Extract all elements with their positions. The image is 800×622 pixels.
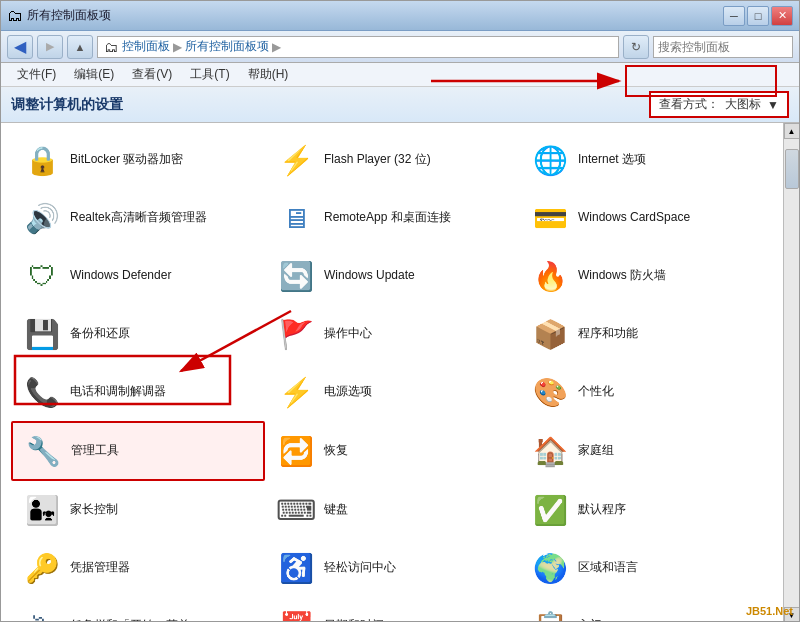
- cp-item-easyaccess[interactable]: ♿ 轻松访问中心: [265, 539, 519, 597]
- forward-button[interactable]: ▶: [37, 35, 63, 59]
- control-panel-grid: 🔒 BitLocker 驱动器加密 ⚡ Flash Player (32 位) …: [11, 131, 773, 622]
- cp-icon-action: 🚩: [276, 314, 316, 354]
- cp-item-cardspace[interactable]: 💳 Windows CardSpace: [519, 189, 773, 247]
- breadcrumb-current[interactable]: 所有控制面板项: [185, 38, 269, 55]
- window-controls: ─ □ ✕: [723, 6, 793, 26]
- cp-item-getstarted[interactable]: 📋 入门: [519, 597, 773, 622]
- search-box[interactable]: 🔍: [653, 36, 793, 58]
- cp-icon-datetime: 📅: [276, 606, 316, 622]
- cp-label-realtek: Realtek高清晰音频管理器: [70, 210, 207, 226]
- refresh-button[interactable]: ↻: [623, 35, 649, 59]
- cp-label-bitlocker: BitLocker 驱动器加密: [70, 152, 183, 168]
- scroll-track[interactable]: [784, 139, 799, 607]
- cp-item-default[interactable]: ✅ 默认程序: [519, 481, 773, 539]
- cp-item-personalize[interactable]: 🎨 个性化: [519, 363, 773, 421]
- cp-item-realtek[interactable]: 🔊 Realtek高清晰音频管理器: [11, 189, 265, 247]
- cp-item-manage[interactable]: 🔧 管理工具: [11, 421, 265, 481]
- cp-label-internet: Internet 选项: [578, 152, 646, 168]
- cp-icon-default: ✅: [530, 490, 570, 530]
- cp-item-taskbar[interactable]: 🖱 任务栏和「开始」菜单: [11, 597, 265, 622]
- cp-icon-recovery: 🔁: [276, 431, 316, 471]
- maximize-button[interactable]: □: [747, 6, 769, 26]
- cp-icon-getstarted: 📋: [530, 606, 570, 622]
- menu-bar: 文件(F) 编辑(E) 查看(V) 工具(T) 帮助(H): [1, 63, 799, 87]
- menu-edit[interactable]: 编辑(E): [66, 64, 122, 85]
- cp-item-action[interactable]: 🚩 操作中心: [265, 305, 519, 363]
- cp-label-manage: 管理工具: [71, 443, 119, 459]
- cp-label-recovery: 恢复: [324, 443, 348, 459]
- cp-item-update[interactable]: 🔄 Windows Update: [265, 247, 519, 305]
- cp-item-credential[interactable]: 🔑 凭据管理器: [11, 539, 265, 597]
- cp-icon-personalize: 🎨: [530, 372, 570, 412]
- breadcrumb-sep: ▶: [173, 40, 182, 54]
- cp-icon-update: 🔄: [276, 256, 316, 296]
- cp-label-firewall: Windows 防火墙: [578, 268, 666, 284]
- minimize-button[interactable]: ─: [723, 6, 745, 26]
- cp-item-bitlocker[interactable]: 🔒 BitLocker 驱动器加密: [11, 131, 265, 189]
- cp-label-homegroup: 家庭组: [578, 443, 614, 459]
- cp-item-parental[interactable]: 👨‍👧 家长控制: [11, 481, 265, 539]
- cp-icon-easyaccess: ♿: [276, 548, 316, 588]
- view-selector[interactable]: 查看方式： 大图标 ▼: [649, 91, 789, 118]
- cp-item-keyboard[interactable]: ⌨ 键盘: [265, 481, 519, 539]
- cp-label-cardspace: Windows CardSpace: [578, 210, 690, 226]
- cp-label-flash: Flash Player (32 位): [324, 152, 431, 168]
- cp-label-action: 操作中心: [324, 326, 372, 342]
- cp-icon-flash: ⚡: [276, 140, 316, 180]
- view-label: 查看方式：: [659, 96, 719, 113]
- cp-icon-programs: 📦: [530, 314, 570, 354]
- scroll-up-button[interactable]: ▲: [784, 123, 800, 139]
- up-button[interactable]: ▲: [67, 35, 93, 59]
- cp-item-power[interactable]: ⚡ 电源选项: [265, 363, 519, 421]
- cp-item-internet[interactable]: 🌐 Internet 选项: [519, 131, 773, 189]
- cp-label-parental: 家长控制: [70, 502, 118, 518]
- cp-item-recovery[interactable]: 🔁 恢复: [265, 421, 519, 481]
- menu-file[interactable]: 文件(F): [9, 64, 64, 85]
- cp-item-region[interactable]: 🌍 区域和语言: [519, 539, 773, 597]
- cp-icon-internet: 🌐: [530, 140, 570, 180]
- cp-label-datetime: 日期和时间: [324, 618, 384, 622]
- cp-icon-power: ⚡: [276, 372, 316, 412]
- cp-item-defender[interactable]: 🛡 Windows Defender: [11, 247, 265, 305]
- menu-tools[interactable]: 工具(T): [182, 64, 237, 85]
- cp-icon-parental: 👨‍👧: [22, 490, 62, 530]
- view-dropdown-icon[interactable]: ▼: [767, 98, 779, 112]
- address-bar: ◀ ▶ ▲ 🗂 控制面板 ▶ 所有控制面板项 ▶ ↻ 🔍: [1, 31, 799, 63]
- scrollbar[interactable]: ▲ ▼: [783, 123, 799, 622]
- menu-help[interactable]: 帮助(H): [240, 64, 297, 85]
- cp-item-phone[interactable]: 📞 电话和调制解调器: [11, 363, 265, 421]
- breadcrumb-home[interactable]: 控制面板: [122, 38, 170, 55]
- main-content: 🔒 BitLocker 驱动器加密 ⚡ Flash Player (32 位) …: [1, 123, 799, 622]
- cp-item-programs[interactable]: 📦 程序和功能: [519, 305, 773, 363]
- menu-view[interactable]: 查看(V): [124, 64, 180, 85]
- cp-icon-bitlocker: 🔒: [22, 140, 62, 180]
- window-title: 所有控制面板项: [27, 7, 111, 24]
- cp-item-firewall[interactable]: 🔥 Windows 防火墙: [519, 247, 773, 305]
- cp-label-default: 默认程序: [578, 502, 626, 518]
- cp-item-flash[interactable]: ⚡ Flash Player (32 位): [265, 131, 519, 189]
- cp-icon-remoteapp: 🖥: [276, 198, 316, 238]
- cp-item-homegroup[interactable]: 🏠 家庭组: [519, 421, 773, 481]
- cp-label-update: Windows Update: [324, 268, 415, 284]
- address-path[interactable]: 🗂 控制面板 ▶ 所有控制面板项 ▶: [97, 36, 619, 58]
- cp-label-getstarted: 入门: [578, 618, 602, 622]
- cp-icon-phone: 📞: [22, 372, 62, 412]
- title-bar: 🗂 所有控制面板项 ─ □ ✕: [1, 1, 799, 31]
- cp-item-datetime[interactable]: 📅 日期和时间: [265, 597, 519, 622]
- cp-item-remoteapp[interactable]: 🖥 RemoteApp 和桌面连接: [265, 189, 519, 247]
- cp-icon-backup: 💾: [22, 314, 62, 354]
- scroll-thumb[interactable]: [785, 149, 799, 189]
- cp-label-power: 电源选项: [324, 384, 372, 400]
- close-button[interactable]: ✕: [771, 6, 793, 26]
- search-input[interactable]: [658, 40, 800, 54]
- cp-icon-defender: 🛡: [22, 256, 62, 296]
- cp-label-easyaccess: 轻松访问中心: [324, 560, 396, 576]
- cp-icon-firewall: 🔥: [530, 256, 570, 296]
- back-button[interactable]: ◀: [7, 35, 33, 59]
- cp-item-backup[interactable]: 💾 备份和还原: [11, 305, 265, 363]
- cp-label-defender: Windows Defender: [70, 268, 171, 284]
- cp-icon-keyboard: ⌨: [276, 490, 316, 530]
- cp-label-credential: 凭据管理器: [70, 560, 130, 576]
- control-panel: 🔒 BitLocker 驱动器加密 ⚡ Flash Player (32 位) …: [1, 123, 783, 622]
- cp-label-backup: 备份和还原: [70, 326, 130, 342]
